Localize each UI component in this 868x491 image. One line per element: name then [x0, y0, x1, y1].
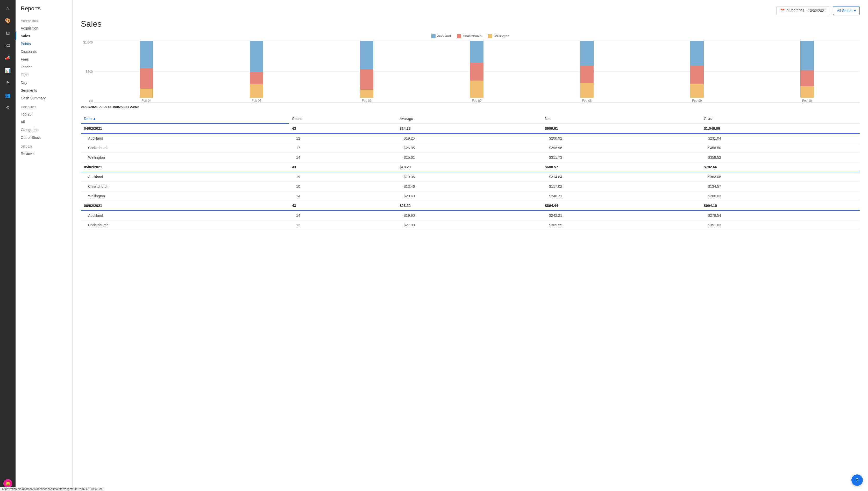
url-bar: https://example.appropo.io/admin/reports… — [0, 487, 105, 491]
table-row: Christchurch13$27.00$305.25$351.03 — [81, 221, 860, 230]
nav-item-out-of-stock[interactable]: Out of Stock — [16, 134, 72, 141]
cell-date: 04/02/2021 — [81, 123, 289, 133]
nav-item-reviews[interactable]: Reviews — [16, 150, 72, 157]
cell-name: Christchurch — [81, 221, 289, 230]
nav-item-discounts[interactable]: Discounts — [16, 48, 72, 55]
calendar-icon: 📅 — [780, 8, 785, 13]
cell-gross: $134.57 — [701, 182, 860, 192]
col-gross: Gross — [701, 114, 860, 123]
cell-net: $200.92 — [542, 133, 701, 143]
sidebar-icon-grid[interactable]: ⊞ — [3, 28, 13, 38]
cell-gross: $278.54 — [701, 210, 860, 221]
nav-item-day[interactable]: Day — [16, 79, 72, 86]
col-count: Count — [289, 114, 396, 123]
nav-item-fees[interactable]: Fees — [16, 55, 72, 63]
legend-christchurch: Christchurch — [457, 34, 482, 38]
cell-average: $27.00 — [396, 221, 542, 230]
bar-wellington — [690, 84, 704, 98]
page-title: Sales — [81, 19, 860, 29]
legend-auckland-dot — [431, 34, 436, 38]
legend-auckland: Auckland — [431, 34, 451, 38]
cell-net: $305.25 — [542, 221, 701, 230]
chart-date-range: 04/02/2021 00:00 to 10/02/2021 23:59 — [81, 105, 860, 109]
store-selector-button[interactable]: All Stores ▾ — [833, 6, 860, 15]
bar-group: Feb 10 — [754, 41, 860, 103]
cell-gross: $782.66 — [701, 162, 860, 172]
cell-net: $117.02 — [542, 182, 701, 192]
table-row: 05/02/202143$18.20$680.57$782.66 — [81, 162, 860, 172]
cell-average: $13.46 — [396, 182, 542, 192]
nav-item-cash-summary[interactable]: Cash Summary — [16, 94, 72, 102]
cell-name: Wellington — [81, 153, 289, 162]
cell-name: Auckland — [81, 210, 289, 221]
table-row: Wellington14$20.43$248.71$286.03 — [81, 192, 860, 201]
sidebar-icon-flag[interactable]: ⚑ — [3, 78, 13, 88]
cell-count: 14 — [289, 153, 396, 162]
avatar[interactable]: 😊 — [3, 479, 12, 488]
bar-date-label: Feb 05 — [252, 99, 261, 103]
support-button[interactable]: ? — [851, 474, 863, 486]
cell-gross: $286.03 — [701, 192, 860, 201]
cell-average: $20.43 — [396, 192, 542, 201]
cell-gross: $351.03 — [701, 221, 860, 230]
nav-item-segments[interactable]: Segments — [16, 86, 72, 94]
nav-item-time[interactable]: Time — [16, 71, 72, 79]
sidebar-icon-home[interactable]: ⌂ — [3, 3, 13, 13]
sidebar-icon-settings[interactable]: ⚙ — [3, 103, 13, 113]
date-range-value: 04/02/2021 - 10/02/2021 — [787, 8, 826, 13]
nav-item-top25[interactable]: Top 25 — [16, 110, 72, 118]
bar-wellington — [250, 84, 263, 98]
bar-auckland — [250, 41, 263, 72]
chart-bars: Feb 04Feb 05Feb 06Feb 07Feb 08Feb 09Feb … — [94, 41, 860, 103]
table-row: Wellington14$25.61$311.73$358.52 — [81, 153, 860, 162]
bar-auckland — [360, 41, 373, 69]
cell-count: 13 — [289, 221, 396, 230]
sidebar: ⌂ 🎨 ⊞ 🏷 📣 📊 ⚑ 👥 ⚙ 😊 — [0, 0, 16, 491]
table-row: Auckland12$19.25$200.92$231.04 — [81, 133, 860, 143]
cell-average: $19.25 — [396, 133, 542, 143]
cell-name: Christchurch — [81, 143, 289, 153]
cell-name: Christchurch — [81, 182, 289, 192]
sidebar-icon-megaphone[interactable]: 📣 — [3, 53, 13, 63]
sidebar-icon-palette[interactable]: 🎨 — [3, 16, 13, 26]
bar-date-label: Feb 07 — [472, 99, 481, 103]
bar-auckland — [801, 41, 814, 70]
sales-table: Date ▲ Count Average Net Gross 04/02/202… — [81, 114, 860, 230]
y-label-500: $500 — [81, 70, 93, 74]
nav-item-acquisition[interactable]: Acquisition — [16, 24, 72, 32]
nav-item-categories[interactable]: Categories — [16, 126, 72, 134]
y-label-1000: $1,000 — [81, 41, 93, 44]
store-label: All Stores — [837, 8, 852, 13]
table-row: 04/02/202143$24.33$909.61$1,046.06 — [81, 123, 860, 133]
col-average: Average — [396, 114, 542, 123]
cell-count: 10 — [289, 182, 396, 192]
cell-average: $26.85 — [396, 143, 542, 153]
nav-section-order: ORDER — [16, 141, 72, 150]
cell-net: $242.21 — [542, 210, 701, 221]
y-label-0: $0 — [81, 99, 93, 103]
legend-wellington-label: Wellington — [494, 34, 509, 38]
cell-count: 14 — [289, 192, 396, 201]
bar-group: Feb 07 — [424, 41, 530, 103]
legend-wellington-dot — [488, 34, 492, 38]
cell-net: $314.84 — [542, 172, 701, 182]
sidebar-icon-chart[interactable]: 📊 — [3, 65, 13, 76]
nav-item-sales[interactable]: Sales — [16, 32, 72, 40]
nav-item-all[interactable]: All — [16, 118, 72, 126]
nav-item-tender[interactable]: Tender — [16, 63, 72, 71]
cell-count: 43 — [289, 162, 396, 172]
chart-container: Auckland Christchurch Wellington $1,000 … — [81, 34, 860, 103]
nav-item-points[interactable]: Points — [16, 40, 72, 48]
nav-title: Reports — [16, 5, 72, 16]
date-picker-button[interactable]: 📅 04/02/2021 - 10/02/2021 — [776, 6, 830, 15]
col-date[interactable]: Date ▲ — [81, 114, 289, 123]
bar-christchurch — [360, 69, 373, 90]
sidebar-icon-tag[interactable]: 🏷 — [3, 40, 13, 51]
bar-date-label: Feb 09 — [692, 99, 702, 103]
table-row: Christchurch17$26.85$396.96$456.50 — [81, 143, 860, 153]
cell-count: 17 — [289, 143, 396, 153]
table-row: 06/02/202143$23.12$864.44$994.10 — [81, 201, 860, 211]
col-net: Net — [542, 114, 701, 123]
sidebar-icon-users[interactable]: 👥 — [3, 90, 13, 100]
chevron-down-icon: ▾ — [854, 8, 856, 13]
